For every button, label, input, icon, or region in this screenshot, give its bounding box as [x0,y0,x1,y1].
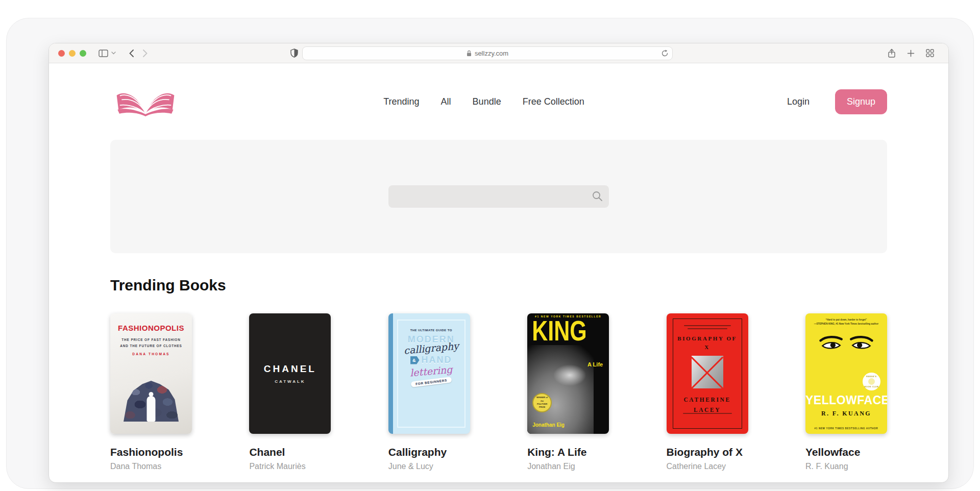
book-cover-king: #1 NEW YORK TIMES BESTSELLER KING A Life… [527,313,609,434]
forward-icon[interactable] [143,50,148,57]
nav-bundle[interactable]: Bundle [473,96,501,107]
search-input[interactable] [388,185,609,208]
book-cover-calligraphy: THE ULTIMATE GUIDE TO MODERN calligraphy… [388,313,470,434]
quote-line-art [684,325,731,326]
cover-author: CATHERINE LACEY [683,395,730,415]
cover-subtitle: THE PRICE OF FAST FASHION AND THE FUTURE… [110,337,192,349]
sidebar-icon[interactable] [99,50,108,57]
minimize-window-button[interactable] [69,50,76,57]
book-author: Patrick Mauriès [249,462,331,471]
cover-title-x: X [704,344,710,350]
toolbar-right-icons [888,48,934,58]
cover-footer: #1 NEW YORK TIMES BESTSELLING AUTHOR [805,427,887,430]
section-title: Trending Books [110,277,887,294]
url-text: sellzzy.com [475,50,508,57]
figure-art [147,396,156,422]
book-author: R. F. Kuang [805,462,887,471]
portrait-art [527,345,594,434]
shield-icon[interactable] [290,48,298,58]
book-club-badge: REESE'S BOOK CLUB [863,373,880,390]
book-author: Dana Thomas [110,462,192,471]
footer-line-art [683,413,732,414]
eyes-art [805,334,887,353]
cover-frame: BIOGRAPHY OF X CATHERINE LACEY [673,318,742,429]
badge-top-text: REESE'S [866,375,876,378]
address-bar[interactable]: sellzzy.com [302,46,673,60]
book-title: Yellowface [805,446,887,458]
zoom-window-button[interactable] [80,50,86,57]
cover-frame: THE ULTIMATE GUIDE TO MODERN calligraphy… [397,320,465,428]
book-card-biography-of-x[interactable]: BIOGRAPHY OF X CATHERINE LACEY Biography… [667,313,748,471]
quote-line-art [688,328,727,329]
book-grid: FASHIONOPOLIS THE PRICE OF FAST FASHION … [110,313,887,471]
tab-overview-icon[interactable] [926,48,934,58]
cover-title: KING [527,318,587,343]
cover-title: YELLOWFACE [805,394,887,407]
badge-bottom-text: BOOK CLUB [864,385,878,388]
book-logo[interactable] [110,83,181,120]
book-title: Calligraphy [388,446,470,458]
cover-subtitle-line2: AND THE FUTURE OF CLOTHES [110,343,192,349]
cover-quote: “Hard to put down, harder to forget” —ST… [805,318,887,326]
book-card-king[interactable]: #1 NEW YORK TIMES BESTSELLER KING A Life… [527,313,609,471]
cover-ribbon: FOR BEGINNERS [410,377,452,387]
share-icon[interactable] [888,48,896,58]
cover-kicker: THE ULTIMATE GUIDE TO [410,329,452,332]
cover-brand: CHANEL [264,363,316,375]
cover-author: DANA THOMAS [110,352,192,356]
browser-window: sellzzy.com [48,43,949,483]
book-cover-yellowface: “Hard to put down, harder to forget” —ST… [805,313,887,434]
book-cover-chanel: CHANEL CATWALK [249,313,331,434]
close-window-button[interactable] [58,50,65,57]
cover-subtitle-line1: THE PRICE OF FAST FASHION [110,337,192,343]
search-icon[interactable] [592,191,603,204]
nav-free-collection[interactable]: Free Collection [523,96,584,107]
spine-art [388,313,393,434]
book-author: Catherine Lacey [667,462,748,471]
cover-author: R. F. KUANG [805,410,887,418]
cover-author: Jonathan Eig [532,422,565,428]
main-nav: Trending All Bundle Free Collection [181,96,787,107]
reload-icon[interactable] [662,50,668,57]
book-cover-biography-of-x: BIOGRAPHY OF X CATHERINE LACEY [667,313,748,434]
cover-line-lettering: lettering [409,363,453,378]
book-title: Chanel [249,446,331,458]
pulitzer-badge: WINNER of the PULITZER PRIZE [532,393,552,412]
traffic-lights [58,50,86,57]
search-box [388,185,609,208]
book-card-yellowface[interactable]: “Hard to put down, harder to forget” —ST… [805,313,887,471]
cover-title: FASHIONOPOLIS [110,324,192,332]
book-card-fashionopolis[interactable]: FASHIONOPOLIS THE PRICE OF FAST FASHION … [110,313,192,471]
site-header: Trending All Bundle Free Collection Logi… [49,63,948,140]
book-author: Jonathan Eig [527,462,609,471]
signup-button[interactable]: Signup [835,89,887,114]
book-title: King: A Life [527,446,609,458]
ampersand-tag: & [410,356,420,364]
book-title: Biography of X [667,446,748,458]
chevron-down-icon[interactable] [111,52,116,55]
auth-actions: Login Signup [787,89,887,114]
cover-subtitle: A Life [587,361,603,367]
book-card-calligraphy[interactable]: THE ULTIMATE GUIDE TO MODERN calligraphy… [388,313,470,471]
lock-icon [467,50,472,57]
browser-toolbar: sellzzy.com [49,43,948,63]
book-author: June & Lucy [388,462,470,471]
nav-all[interactable]: All [441,96,451,107]
cover-subtitle: CATWALK [275,379,305,384]
badge-dot [868,378,875,385]
nav-trending[interactable]: Trending [383,96,419,107]
cover-author-line1: CATHERINE [683,395,730,405]
login-link[interactable]: Login [787,96,810,107]
book-card-chanel[interactable]: CHANEL CATWALK Chanel Patrick Mauriès [249,313,331,471]
quote-text: “Hard to put down, harder to forget” [805,318,887,322]
book-cover-fashionopolis: FASHIONOPOLIS THE PRICE OF FAST FASHION … [110,313,192,434]
hero-panel [110,140,887,253]
book-title: Fashionopolis [110,446,192,458]
new-tab-icon[interactable] [907,48,915,58]
x-photo-art [692,356,723,388]
back-icon[interactable] [129,50,134,57]
quote-attribution: —STEPHEN KING, #1 New York Times bestsel… [805,322,887,326]
cover-title: BIOGRAPHY OF [677,335,737,341]
